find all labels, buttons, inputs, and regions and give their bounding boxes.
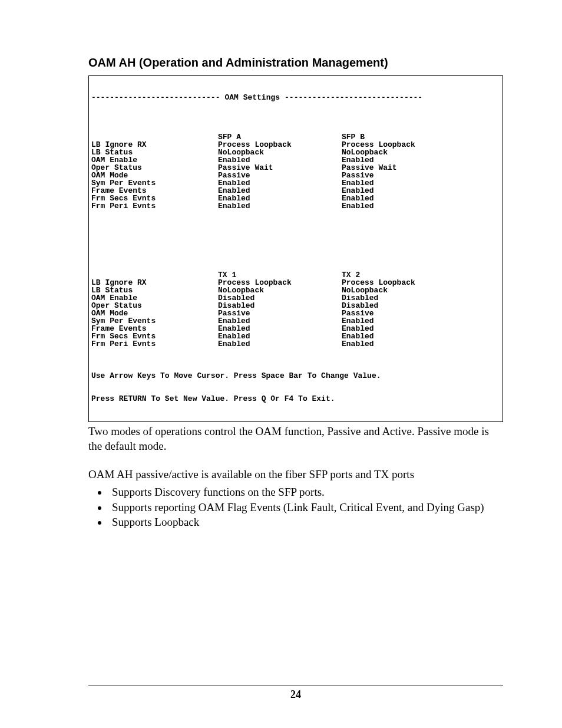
hint-line-1: Use Arrow Keys To Move Cursor. Press Spa…	[91, 372, 500, 380]
terminal-title: OAM Settings	[220, 94, 285, 101]
page-number: 24	[88, 689, 503, 701]
terminal-titlebar: ---------------------------- OAM Setting…	[91, 94, 500, 101]
feature-bullets: Supports Discovery functions on the SFP …	[88, 485, 503, 530]
page-footer: 24	[88, 686, 503, 701]
list-item: Supports Loopback	[108, 515, 503, 530]
hint-line-2: Press RETURN To Set New Value. Press Q O…	[91, 395, 500, 403]
oam-settings-terminal: ---------------------------- OAM Setting…	[88, 75, 503, 422]
cell[interactable]: Enabled	[342, 202, 500, 210]
row-label: Frm Peri Evnts	[91, 202, 218, 210]
section-heading: OAM AH (Operation and Administration Man…	[88, 56, 503, 70]
list-item: Supports Discovery functions on the SFP …	[108, 485, 503, 500]
row-label: Frm Peri Evnts	[91, 340, 218, 348]
sfp-table: SFP A SFP B LB Ignore RX Process Loopbac…	[91, 133, 500, 210]
spacer	[91, 233, 500, 241]
cell[interactable]: Enabled	[218, 202, 342, 210]
cell[interactable]: Enabled	[342, 340, 500, 348]
page: OAM AH (Operation and Administration Man…	[0, 0, 562, 728]
cell[interactable]: Enabled	[218, 340, 342, 348]
tx-table: TX 1 TX 2 LB Ignore RX Process Loopback …	[91, 271, 500, 348]
paragraph-modes: Two modes of operations control the OAM …	[88, 424, 503, 453]
dash-left: ----------------------------	[91, 94, 220, 101]
list-item: Supports reporting OAM Flag Events (Link…	[108, 500, 503, 515]
footer-rule	[88, 686, 503, 686]
dash-right: ------------------------------	[285, 94, 422, 101]
paragraph-availability: OAM AH passive/active is available on th…	[88, 467, 503, 482]
